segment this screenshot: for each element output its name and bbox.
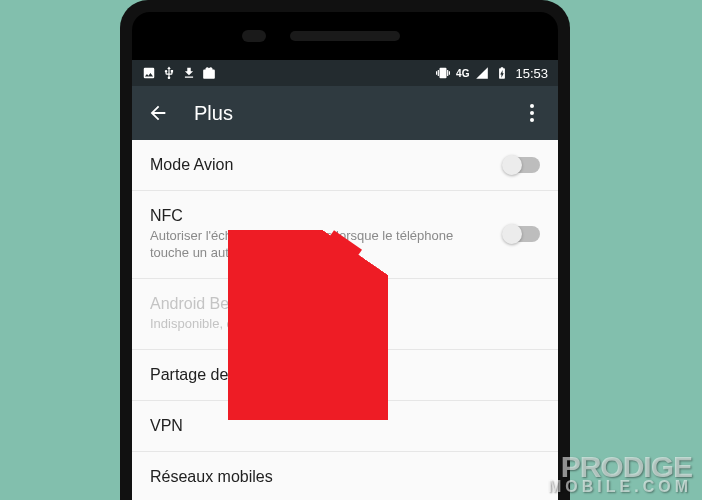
arrow-back-icon xyxy=(147,102,169,124)
airplane-toggle[interactable] xyxy=(504,157,540,173)
earpiece xyxy=(290,31,400,41)
watermark: PRODIGE MOBILE.COM xyxy=(548,453,692,494)
row-tethering[interactable]: Partage de connexion xyxy=(132,350,558,401)
watermark-line1: PRODIGE xyxy=(548,453,692,480)
android-screen: 4G 15:53 Plus Mode Avion xyxy=(132,60,558,500)
more-vert-icon xyxy=(530,104,534,108)
row-title: Mode Avion xyxy=(150,156,492,174)
phone-speaker-row xyxy=(132,12,558,60)
sensor xyxy=(242,30,266,42)
watermark-line2: MOBILE.COM xyxy=(548,480,692,494)
battery-icon xyxy=(495,66,509,80)
nfc-toggle[interactable] xyxy=(504,226,540,242)
app-bar: Plus xyxy=(132,86,558,140)
vibrate-icon xyxy=(436,66,450,80)
row-subtitle: Autoriser l'échange de données lorsque l… xyxy=(150,228,492,262)
clock: 15:53 xyxy=(515,66,548,81)
row-android-beam: Android Beam Indisponible, car la NFC es… xyxy=(132,279,558,350)
usb-icon xyxy=(162,66,176,80)
row-title: Android Beam xyxy=(150,295,540,313)
back-button[interactable] xyxy=(146,101,170,125)
settings-list: Mode Avion NFC Autoriser l'échange de do… xyxy=(132,140,558,500)
signal-icon xyxy=(475,66,489,80)
row-title: Réseaux mobiles xyxy=(150,468,540,486)
image-icon xyxy=(142,66,156,80)
phone-inner: 4G 15:53 Plus Mode Avion xyxy=(132,12,558,500)
row-mobile-networks[interactable]: Réseaux mobiles xyxy=(132,452,558,500)
page-title: Plus xyxy=(194,102,496,125)
row-subtitle: Indisponible, car la NFC est désactivée xyxy=(150,316,540,333)
overflow-menu-button[interactable] xyxy=(520,101,544,125)
status-bar: 4G 15:53 xyxy=(132,60,558,86)
store-icon xyxy=(202,66,216,80)
row-vpn[interactable]: VPN xyxy=(132,401,558,452)
network-type: 4G xyxy=(456,68,469,79)
row-airplane-mode[interactable]: Mode Avion xyxy=(132,140,558,191)
row-title: Partage de connexion xyxy=(150,366,540,384)
row-nfc[interactable]: NFC Autoriser l'échange de données lorsq… xyxy=(132,191,558,279)
phone-frame: 4G 15:53 Plus Mode Avion xyxy=(120,0,570,500)
row-title: NFC xyxy=(150,207,492,225)
download-icon xyxy=(182,66,196,80)
row-title: VPN xyxy=(150,417,540,435)
